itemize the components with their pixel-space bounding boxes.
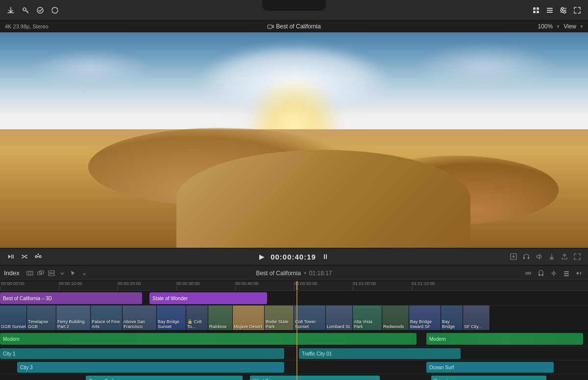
clip-redwoods[interactable]: Redwoods [382,306,409,330]
svg-rect-6 [547,8,553,9]
skip-forward-icon[interactable] [574,268,584,278]
city3-clip[interactable]: City 3 [17,362,284,373]
modern-clip-1[interactable]: Modern [0,333,416,345]
ocean-surf-clip-1[interactable]: Ocean Surf [426,362,554,373]
clip-bodie[interactable]: Bodie State Park [265,306,294,330]
fullscreen-icon[interactable] [572,252,582,261]
project-duration: 01:18:17 [309,270,332,277]
zoom-level[interactable]: 100% [538,23,553,30]
ruler-mark-4: 00:00:40:00 [235,281,259,286]
svg-point-14 [561,9,563,11]
cursor-icon[interactable] [69,269,77,278]
playback-mode-icon[interactable] [6,252,16,261]
play-button[interactable]: ▶ [259,253,265,261]
clip-ggb-sunset[interactable]: GGB Sunset [0,306,27,330]
clip-ferry[interactable]: Ferry Building Part 2 [56,306,91,330]
svg-point-36 [553,272,555,274]
clip-colt[interactable]: 🔒 Colt To... [186,306,208,330]
video-clips-track: GGB Sunset Timelapse GGB Ferry Building … [0,306,588,331]
sand-dunes [0,129,588,248]
svg-rect-7 [547,10,553,11]
wind2-clip[interactable]: Wind 2 [250,376,380,380]
key-icon[interactable] [21,5,30,15]
connect-icon[interactable] [33,252,43,261]
ruler-mark-1: 00:00:10:00 [59,281,82,286]
cursor-dropdown-icon[interactable] [79,269,88,278]
svg-rect-37 [564,271,569,272]
zoom-in-icon[interactable] [36,269,45,278]
svg-rect-30 [49,271,54,273]
svg-rect-25 [27,271,33,275]
svg-point-12 [564,11,565,13]
city1-clip[interactable]: City 1 [0,348,284,359]
ruler-line-1 [59,286,59,290]
pause-button[interactable]: ⏸ [322,253,329,261]
playback-center: ▶ 00:00:40:19 ⏸ [259,253,329,261]
clip-sf-city[interactable]: SF City... [463,306,490,330]
camera-icon [267,24,274,29]
story-clip-wonder[interactable]: State of Wonder [149,292,267,304]
fit-timeline-icon[interactable] [523,268,533,278]
svg-rect-8 [547,12,553,13]
svg-point-19 [39,256,41,258]
timeline-ruler[interactable]: 00:00:00:00 00:00:10:00 00:00:20:00 00:0… [0,281,588,291]
ruler-line-3 [176,286,177,290]
cloud-right [412,43,559,92]
clip-lombard[interactable]: Lombard St. [326,306,353,330]
toolbar-left [6,5,60,15]
grid-view-icon[interactable] [531,5,541,15]
svg-rect-38 [564,273,569,274]
roles-icon[interactable] [562,268,571,278]
traffic-city-clip[interactable]: Traffic City 01 [299,348,461,359]
clip-bay-toward-sf[interactable]: Bay Bridge toward SF [409,306,441,330]
ocean-surf-clip-2[interactable]: Ocean Surf [86,376,243,380]
timeline-header: Index [0,265,588,281]
playback-toolbar: ▶ 00:00:40:19 ⏸ [0,248,588,265]
ruler-line-5 [294,286,294,290]
ruler-line-4 [235,286,236,290]
timeline-header-center: Best of California ▾ 01:18:17 [256,270,332,277]
story-clip-california[interactable]: Best of California – 3D [0,292,142,304]
fit-icon[interactable] [509,252,518,261]
clip-timelapse[interactable]: Timelapse GGB [27,306,56,330]
forest-clip[interactable]: Forest [431,376,546,380]
clip-bay-bridge[interactable]: Bay Bridge [441,306,463,330]
export-icon[interactable] [560,252,569,261]
dropdown-icon[interactable] [58,269,67,278]
headphones-icon[interactable] [521,252,531,261]
clip-bay-bridge-sunset[interactable]: Bay Bridge Sunset [157,306,186,330]
viewer-title-area: Best of California [267,23,320,30]
sync-icon[interactable] [50,5,60,15]
checkmark-icon[interactable] [35,5,45,15]
svg-rect-3 [537,7,539,10]
ruler-line-6 [353,286,353,290]
svg-rect-24 [528,257,529,259]
clip-connections-icon[interactable] [549,268,559,278]
clip-mojave[interactable]: Mojave Desert [233,306,265,330]
clip-alta-vista[interactable]: Alta Vista Park [353,306,382,330]
view-button[interactable]: View [564,23,576,30]
ruler-mark-2: 00:00:20:00 [118,281,141,286]
story-track: Best of California – 3D State of Wonder [0,291,588,306]
ruler-line-2 [118,286,118,290]
trim-icon[interactable] [20,252,29,261]
project-name[interactable]: Best of California [256,270,300,277]
modern-clip-2[interactable]: Modern [426,333,583,345]
attach-icon[interactable] [547,252,557,261]
audio-meter-icon[interactable] [536,268,546,278]
audio-icon[interactable] [534,252,544,261]
track-height-icon[interactable] [47,269,56,278]
tracks-container: Best of California – 3D State of Wonder … [0,291,588,380]
download-icon[interactable] [6,5,16,15]
clip-above-sf[interactable]: Above San Francisco [122,306,157,330]
clip-rainbow[interactable]: Rainbow [208,306,233,330]
sliders-icon[interactable] [559,5,568,15]
expand-icon[interactable] [572,5,582,15]
green-music-track: Modern Modern [0,331,588,347]
clip-palace[interactable]: Palace of Fine Arts [91,306,122,330]
svg-rect-5 [537,11,539,13]
list-view-icon[interactable] [545,5,555,15]
clip-colt-sunset[interactable]: Colt Tower Sunset [294,306,326,330]
clip-view-icon[interactable] [25,269,34,278]
index-label[interactable]: Index [4,269,20,277]
